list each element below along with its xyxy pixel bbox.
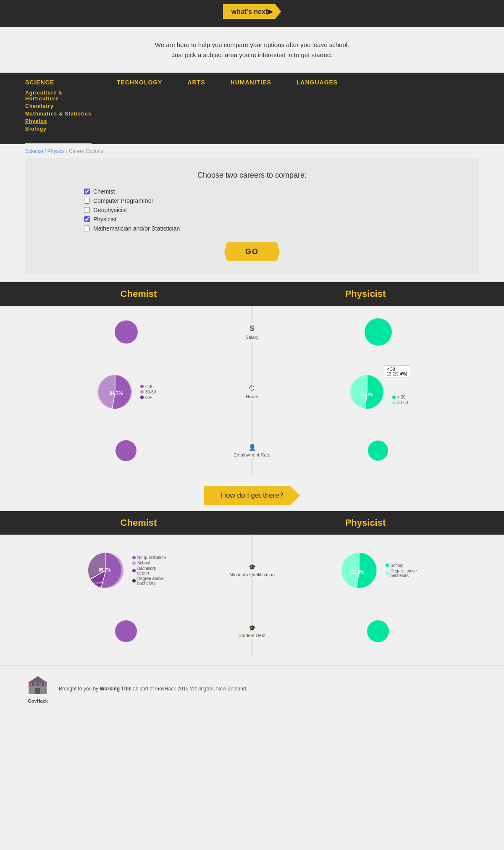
hours-icon: ⏱ xyxy=(247,384,257,393)
qualification-center: 🎓 Minimum Qualification xyxy=(227,563,277,578)
salary-label: Salary xyxy=(244,334,260,341)
option-physicist[interactable]: Physicist xyxy=(84,216,462,223)
how-banner: How do I get there? xyxy=(0,476,504,511)
svg-marker-19 xyxy=(27,676,48,683)
checkbox-physicist[interactable] xyxy=(84,216,90,222)
physicist-employment-circle xyxy=(368,441,388,461)
salary-left xyxy=(25,320,227,344)
salary-row: $ Salary xyxy=(0,306,504,358)
physicist-qual-pie: 91.8% xyxy=(339,551,379,590)
salary-center: $ Salary xyxy=(227,323,277,341)
svg-text:84.7%: 84.7% xyxy=(110,391,123,396)
svg-rect-25 xyxy=(42,683,44,686)
employment-center: 👤 Employment Rate xyxy=(227,443,277,458)
physicist-hours-legend: < 30 30-60 xyxy=(392,395,408,405)
nav-subitem-maths[interactable]: Mathmatics & Statistics xyxy=(25,110,92,118)
hours-center: ⏱ Hours xyxy=(227,384,277,400)
navigation: SCIENCE Agriculture &Horticulture Chemis… xyxy=(0,73,504,144)
hours-right: 87.8% < 3012 (12.4%) < 30 30-60 xyxy=(277,373,479,411)
debt-label: Student Debt xyxy=(237,632,267,639)
breadcrumb-science[interactable]: Science xyxy=(25,148,43,154)
nav-tab-technology[interactable]: TECHNOLOGY xyxy=(117,79,163,144)
physicist-debt-circle xyxy=(367,620,389,642)
option-chemist[interactable]: Chemist xyxy=(84,188,462,195)
physicist-hours-pie-wrap: 87.8% < 3012 (12.4%) < 30 30-60 xyxy=(348,373,408,411)
chemist-qual-pie-wrap: 85.7% 19.2% No qualification School Bach… xyxy=(86,551,166,590)
intro-line1: We are here to help you compare your opt… xyxy=(8,40,496,50)
intro-section: We are here to help you compare your opt… xyxy=(0,27,504,73)
checkbox-computer-programmer[interactable] xyxy=(84,198,90,204)
option-mathematician[interactable]: Mathematician and/or Statistician xyxy=(84,225,462,232)
nav-tab-languages[interactable]: LANGUAGES xyxy=(297,79,338,144)
salary-icon: $ xyxy=(248,323,256,334)
footer-text: Brought to you by Working Title as part … xyxy=(59,686,247,692)
chemist-hours-legend: < 30 30-60 60+ xyxy=(140,383,156,401)
chemist-hours-pie-wrap: 84.7% < 30 30-60 60+ xyxy=(96,373,156,411)
nav-tab-humanities[interactable]: HUMANITIES xyxy=(231,79,271,144)
how-shape: How do I get there? xyxy=(204,486,300,505)
nav-subitem-physics[interactable]: Physics xyxy=(25,118,92,125)
checkbox-mathematician[interactable] xyxy=(84,226,90,231)
go-button[interactable]: GO xyxy=(224,242,280,261)
physicist-hours-pie: 87.8% xyxy=(348,373,386,411)
debt-row: 🎓 Student Debt xyxy=(0,606,504,656)
physicist-hours-tooltip-wrap: < 3012 (12.4%) < 30 30-60 xyxy=(392,378,408,406)
physicist-qual-pie-wrap: 91.8% School Degree abovebachelors xyxy=(339,551,417,590)
physicist-hours-tooltip: < 3012 (12.4%) xyxy=(384,365,410,378)
debt-left xyxy=(25,620,227,642)
svg-text:19.2%: 19.2% xyxy=(94,581,105,585)
qualification-label: Minimum Qualification xyxy=(228,571,276,578)
checkbox-geophysicist[interactable] xyxy=(84,207,90,213)
hours-row: 84.7% < 30 30-60 60+ ⏱ Hours xyxy=(0,358,504,425)
comparison1-rows: $ Salary 84.7% xyxy=(0,306,504,476)
physicist-salary-circle xyxy=(365,318,392,346)
svg-rect-22 xyxy=(34,683,36,686)
svg-rect-24 xyxy=(39,683,41,686)
employment-icon: 👤 xyxy=(247,443,257,451)
chemist-employment-circle xyxy=(116,440,136,461)
employment-row: 👤 Employment Rate xyxy=(0,425,504,476)
govhack-label: GovHack xyxy=(28,698,48,703)
nav-tab-science[interactable]: SCIENCE Agriculture &Horticulture Chemis… xyxy=(25,79,92,144)
svg-rect-26 xyxy=(45,683,46,686)
comparison1-header: Chemist Physicist xyxy=(0,282,504,306)
svg-text:85.7%: 85.7% xyxy=(99,568,110,572)
header: what's next▶ xyxy=(0,0,504,27)
chemist-qual-legend: No qualification School Bachelorsdegree … xyxy=(132,554,166,586)
hours-left: 84.7% < 30 30-60 60+ xyxy=(25,373,227,411)
breadcrumb: Science / Physics / Career Options xyxy=(0,144,504,158)
hours-label: Hours xyxy=(244,393,260,400)
govhack-logo-svg xyxy=(25,674,50,697)
checkbox-chemist[interactable] xyxy=(84,189,90,194)
svg-rect-21 xyxy=(32,683,34,686)
chemist-salary-circle xyxy=(115,320,138,344)
breadcrumb-physics[interactable]: Physics xyxy=(47,148,65,154)
nav-subitem-biology[interactable]: Biology xyxy=(25,125,92,133)
nav-subitem-chemistry[interactable]: Chemistry xyxy=(25,102,92,110)
qualification-left: 85.7% 19.2% No qualification School Bach… xyxy=(25,551,227,590)
nav-subitem-agriculture[interactable]: Agriculture &Horticulture xyxy=(25,89,92,102)
employment-label: Employment Rate xyxy=(232,451,272,458)
debt-right xyxy=(277,620,479,642)
employment-left xyxy=(25,440,227,461)
svg-rect-23 xyxy=(37,683,39,686)
intro-line2: Just pick a subject area you're interest… xyxy=(8,50,496,60)
qualification-icon: 🎓 xyxy=(247,563,257,571)
go-button-wrap: GO xyxy=(42,242,462,261)
chemist-qual-pie: 85.7% 19.2% xyxy=(86,551,126,590)
nav-tab-arts[interactable]: ARTS xyxy=(188,79,205,144)
option-geophysicist[interactable]: Geophysicist xyxy=(84,207,462,213)
logo: what's next▶ xyxy=(223,4,281,19)
svg-rect-20 xyxy=(29,683,31,686)
svg-text:91.8%: 91.8% xyxy=(351,569,364,575)
comparison1-left-title: Chemist xyxy=(25,289,252,299)
employment-right xyxy=(277,441,479,461)
govhack-logo: GovHack xyxy=(25,674,50,703)
footer: GovHack Brought to you by Working Title … xyxy=(0,665,504,712)
compare-box: Choose two careers to compare: Chemist C… xyxy=(25,158,479,274)
compare-title: Choose two careers to compare: xyxy=(42,171,462,180)
option-computer-programmer[interactable]: Computer Programmer xyxy=(84,197,462,204)
svg-text:87.8%: 87.8% xyxy=(360,392,373,397)
qualification-right: 91.8% School Degree abovebachelors xyxy=(277,551,479,590)
comparison2-header: Chemist Physicist xyxy=(0,511,504,535)
